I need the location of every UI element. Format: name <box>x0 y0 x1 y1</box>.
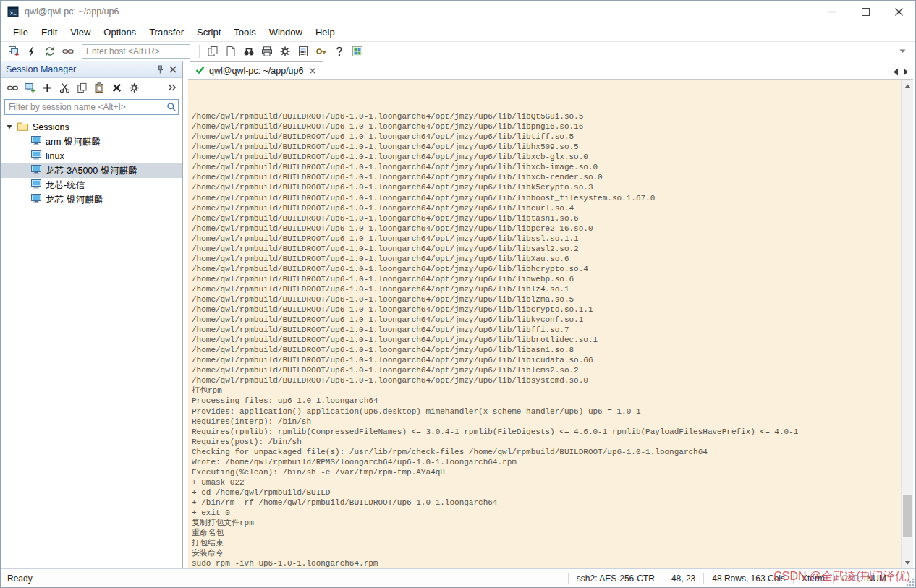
add-button[interactable] <box>40 80 55 95</box>
find-button[interactable] <box>240 43 257 60</box>
terminal-tab[interactable]: qwl@qwl-pc: ~/app/up6 <box>190 61 323 79</box>
new-session-button[interactable] <box>5 43 22 60</box>
menu-file[interactable]: File <box>7 24 35 41</box>
terminal-line: Requires(rpmlib): rpmlib(CompressedFileN… <box>192 427 899 437</box>
terminal-line: /home/qwl/rpmbuild/BUILDROOT/up6-1.0-1.l… <box>192 223 899 234</box>
terminal-scrollbar[interactable] <box>901 80 913 568</box>
num-lock-indicator: NUM <box>867 574 886 584</box>
session-monitor-icon <box>31 194 41 205</box>
menu-tools[interactable]: Tools <box>227 24 262 41</box>
session-loongson-yinhe-kylin[interactable]: 龙芯-银河麒麟 <box>1 192 182 207</box>
tab-scroll-left-button[interactable] <box>893 68 899 76</box>
scroll-down-button[interactable] <box>902 556 913 568</box>
menubar: FileEditViewOptionsTransferScriptToolsWi… <box>1 22 915 41</box>
tab-close-button[interactable] <box>308 66 318 76</box>
terminal-line: 安装命令 <box>192 548 899 558</box>
tabbar: qwl@qwl-pc: ~/app/up6 <box>188 61 913 80</box>
session-monitor-icon <box>31 150 41 162</box>
terminal-line: 打包结束 <box>192 538 899 548</box>
terminal-line: /home/qwl/rpmbuild/BUILDROOT/up6-1.0-1.l… <box>192 335 899 345</box>
terminal-line: /home/qwl/rpmbuild/BUILDROOT/up6-1.0-1.l… <box>192 122 899 132</box>
terminal-line: /home/qwl/rpmbuild/BUILDROOT/up6-1.0-1.l… <box>192 304 899 315</box>
terminal-pane: qwl@qwl-pc: ~/app/up6 /home/qwl/rpmbuild… <box>183 61 915 568</box>
maximize-button[interactable] <box>849 1 882 22</box>
session-monitor-icon <box>31 165 41 176</box>
terminal-line: 打包rpm <box>192 385 899 396</box>
terminal-line: /home/qwl/rpmbuild/BUILDROOT/up6-1.0-1.l… <box>192 244 899 254</box>
status-terminal-type: Xterm <box>793 573 833 584</box>
session-filter-input[interactable] <box>5 101 165 114</box>
session-manager-panel: Session Manager <box>1 61 183 568</box>
tree-root-label: Sessions <box>33 122 69 132</box>
quick-commands-button[interactable] <box>23 43 40 60</box>
cut-button[interactable] <box>57 80 72 95</box>
status-ready: Ready <box>1 574 33 584</box>
close-panel-button[interactable] <box>166 63 179 76</box>
session-properties-button[interactable] <box>127 80 142 95</box>
tree-root-sessions[interactable]: Sessions <box>1 120 182 135</box>
terminal[interactable]: /home/qwl/rpmbuild/BUILDROOT/up6-1.0-1.l… <box>188 80 913 568</box>
reconnect-button[interactable] <box>41 43 58 60</box>
new-session-button-panel[interactable] <box>22 80 38 95</box>
menu-view[interactable]: View <box>64 24 97 41</box>
compose-button[interactable] <box>294 43 311 60</box>
session-loongson-3a5000-yinhe-kylin[interactable]: 龙芯-3A5000-银河麒麟 <box>1 163 182 178</box>
close-button[interactable] <box>882 1 915 22</box>
session-manager-header: Session Manager <box>1 61 182 78</box>
session-loongson-uos[interactable]: 龙芯-统信 <box>1 178 182 192</box>
terminal-line: /home/qwl/rpmbuild/BUILDROOT/up6-1.0-1.l… <box>192 264 899 274</box>
menu-script[interactable]: Script <box>190 24 227 41</box>
properties-button[interactable] <box>276 43 293 60</box>
print-button[interactable] <box>258 43 275 60</box>
session-list: arm-银河麒麟 linux 龙芯-3A5000-银河麒麟 <box>1 135 182 207</box>
toolbar-overflow-button[interactable] <box>894 43 911 60</box>
connect-button[interactable] <box>5 80 20 95</box>
resize-grip[interactable] <box>902 569 915 587</box>
key-button[interactable] <box>313 43 329 60</box>
delete-button[interactable] <box>109 80 124 95</box>
scrollbar-thumb[interactable] <box>903 495 912 537</box>
tab-scroll-right-button[interactable] <box>903 68 909 76</box>
menu-transfer[interactable]: Transfer <box>143 24 190 41</box>
menu-window[interactable]: Window <box>263 24 309 41</box>
copy-button[interactable] <box>75 80 90 95</box>
terminal-line: + cd /home/qwl/rpmbuild/BUILD <box>192 487 899 498</box>
statusbar: Ready ssh2: AES-256-CTR 48, 23 48 Rows, … <box>1 568 915 587</box>
menu-help[interactable]: Help <box>309 24 342 41</box>
terminal-line: Checking for unpackaged file(s): /usr/li… <box>192 447 899 457</box>
terminal-line: Executing(%clean): /bin/sh -e /var/tmp/r… <box>192 467 899 477</box>
terminal-line: /home/qwl/rpmbuild/BUILDROOT/up6-1.0-1.l… <box>192 152 899 162</box>
terminal-line: /home/qwl/rpmbuild/BUILDROOT/up6-1.0-1.l… <box>192 172 899 182</box>
new-file-button[interactable] <box>222 43 239 60</box>
terminal-line: Requires(post): /bin/sh <box>192 437 899 447</box>
caps-lock-indicator: CAP <box>841 574 860 584</box>
disconnect-button[interactable] <box>59 43 76 60</box>
status-lock-indicators: CAP NUM <box>833 573 902 584</box>
menu-options[interactable]: Options <box>97 24 143 41</box>
terminal-line: /home/qwl/rpmbuild/BUILDROOT/up6-1.0-1.l… <box>192 142 899 152</box>
menu-edit[interactable]: Edit <box>35 24 64 41</box>
scroll-up-button[interactable] <box>902 80 913 92</box>
terminal-line: + /bin/rm -rf /home/qwl/rpmbuild/BUILDRO… <box>192 498 899 508</box>
help-button[interactable] <box>331 43 347 60</box>
minimize-button[interactable] <box>815 1 849 22</box>
more-button[interactable] <box>164 80 179 95</box>
session-arm-yinhe-kylin[interactable]: arm-银河麒麟 <box>1 135 182 149</box>
xmanager-button[interactable] <box>349 43 365 60</box>
terminal-line: /home/qwl/rpmbuild/BUILDROOT/up6-1.0-1.l… <box>192 234 899 244</box>
terminal-line: /home/qwl/rpmbuild/BUILDROOT/up6-1.0-1.l… <box>192 111 899 122</box>
app-icon <box>7 6 19 17</box>
window-controls <box>815 1 915 22</box>
duplicate-session-button[interactable] <box>204 43 221 60</box>
host-input[interactable] <box>82 44 190 59</box>
paste-button[interactable] <box>92 80 107 95</box>
expander-icon[interactable] <box>6 122 13 132</box>
toolbar-separator <box>199 45 200 58</box>
session-monitor-icon <box>31 136 41 148</box>
tab-label: qwl@qwl-pc: ~/app/up6 <box>209 66 303 76</box>
session-linux[interactable]: linux <box>1 149 182 163</box>
pin-panel-button[interactable] <box>153 63 166 76</box>
terminal-line: Processing files: up6-1.0-1.loongarch64 <box>192 396 899 406</box>
connected-check-icon <box>195 66 205 76</box>
terminal-line: Wrote: /home/qwl/rpmbuild/RPMS/loongarch… <box>192 457 899 467</box>
